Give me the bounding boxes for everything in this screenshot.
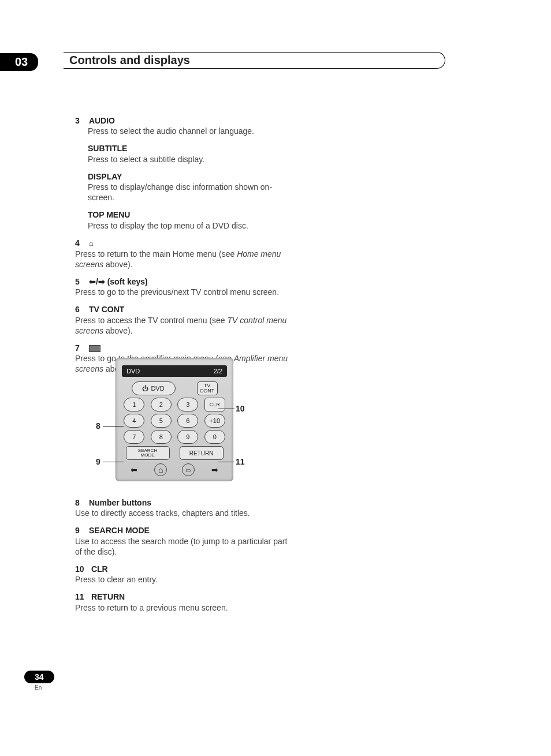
remote-btn-0: 0: [204, 430, 225, 444]
remote-btn-3: 3: [177, 398, 198, 411]
softkeys-label: (soft keys): [107, 277, 148, 286]
tvcont-label: TV CONT: [89, 305, 124, 314]
power-icon: ⏻: [142, 385, 148, 392]
callout-10: 10: [236, 404, 245, 413]
remote-menu-icon: ▭: [182, 463, 195, 476]
remote-btn-7: 7: [124, 430, 144, 444]
callout-8-line: [103, 426, 124, 426]
remote-search-l2: MODE: [141, 453, 155, 458]
tvcont-desc: Press to access the TV control menu (see…: [75, 315, 289, 336]
subtitle-desc: Press to select a subtitle display.: [88, 154, 289, 164]
item-number-10: 10: [75, 564, 89, 574]
remote-btn-8: 8: [151, 430, 172, 444]
home-icon: ⌂: [89, 239, 94, 248]
remote-right-arrow-icon: ➡: [209, 465, 221, 474]
callout-11: 11: [236, 457, 245, 466]
return-desc: Press to return to a previous menu scree…: [75, 602, 289, 613]
remote-return-button: RETURN: [180, 446, 224, 460]
callout-10-line: [218, 409, 234, 409]
home-desc2: above).: [103, 260, 133, 269]
audio-label: AUDIO: [89, 116, 115, 125]
remote-search-mode-button: SEARCH MODE: [126, 446, 170, 460]
remote-dvd-button: ⏻ DVD: [132, 381, 176, 395]
item-number-4: 4: [75, 238, 87, 248]
remote-diagram: DVD 2/2 ⏻ DVD TV CONT 1 2 3 CLR 4 5 6 +1…: [116, 358, 231, 481]
clr-desc: Press to clear an entry.: [75, 574, 289, 585]
audio-desc: Press to select the audio channel or lan…: [88, 126, 289, 136]
item-number-6: 6: [75, 304, 87, 315]
subtitle-label: SUBTITLE: [88, 144, 127, 153]
item-number-11: 11: [75, 592, 89, 602]
remote-tvcont-button: TV CONT: [197, 381, 218, 395]
remote-body: DVD 2/2 ⏻ DVD TV CONT 1 2 3 CLR 4 5 6 +1…: [116, 358, 233, 481]
remote-screen: DVD 2/2: [122, 365, 227, 377]
page-number-badge: 34: [24, 671, 54, 683]
remote-home-icon: ⌂: [154, 463, 167, 476]
remote-btn-9: 9: [177, 430, 198, 444]
callout-8: 8: [96, 421, 100, 431]
chapter-number-badge: 03: [0, 53, 38, 71]
item-number-7: 7: [75, 343, 87, 353]
topmenu-label: TOP MENU: [88, 210, 130, 219]
item-number-3: 3: [75, 115, 87, 126]
numbuttons-desc: Use to directly access tracks, chapters …: [75, 508, 289, 518]
amplifier-icon: [89, 345, 100, 352]
remote-btn-4: 4: [124, 414, 144, 428]
softkeys-arrows: ⬅/➡: [89, 277, 105, 286]
content-lower: 8 Number buttons Use to directly access …: [75, 497, 289, 620]
remote-left-arrow-icon: ⬅: [128, 465, 140, 474]
search-label: SEARCH MODE: [89, 526, 150, 535]
item-number-8: 8: [75, 497, 87, 508]
remote-dvd-label: DVD: [151, 385, 164, 392]
softkeys-desc: Press to go to the previous/next TV cont…: [75, 287, 289, 297]
home-desc1: Press to return to the main Home menu (s…: [75, 249, 237, 259]
remote-btn-clr: CLR: [204, 398, 225, 411]
chapter-title: Controls and displays: [69, 54, 190, 66]
display-label: DISPLAY: [88, 172, 122, 181]
remote-btn-1: 1: [124, 398, 144, 411]
remote-btn-2: 2: [151, 398, 172, 411]
remote-btn-plus10: +10: [204, 414, 225, 428]
remote-screen-left: DVD: [126, 368, 140, 375]
remote-tvcont-l2: CONT: [200, 388, 215, 394]
numbuttons-label: Number buttons: [89, 498, 151, 507]
callout-11-line: [218, 462, 234, 462]
chapter-title-wrap: Controls and displays: [64, 52, 445, 69]
clr-label: CLR: [91, 564, 108, 574]
item-number-5: 5: [75, 276, 87, 287]
remote-btn-5: 5: [151, 414, 172, 428]
display-desc: Press to display/change disc information…: [88, 182, 289, 203]
return-label: RETURN: [91, 592, 125, 601]
search-desc: Use to access the search mode (to jump t…: [75, 536, 289, 557]
content-upper: 3 AUDIO Press to select the audio channe…: [75, 115, 289, 381]
topmenu-desc: Press to display the top menu of a DVD d…: [88, 220, 289, 231]
home-desc: Press to return to the main Home menu (s…: [75, 249, 289, 270]
page-language: En: [35, 684, 42, 691]
tvcont-desc2: above).: [103, 326, 133, 335]
remote-screen-right: 2/2: [214, 368, 222, 375]
callout-9-line: [103, 462, 124, 462]
tvcont-desc1: Press to access the TV control menu (see: [75, 316, 228, 325]
remote-btn-6: 6: [177, 414, 198, 428]
item-number-9: 9: [75, 525, 87, 536]
callout-9: 9: [96, 457, 100, 466]
